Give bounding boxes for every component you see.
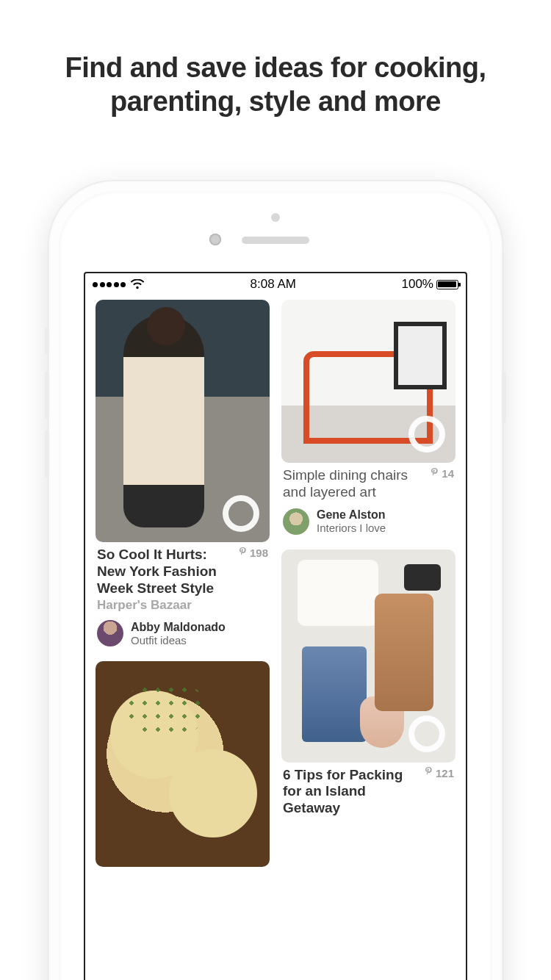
avatar xyxy=(283,508,309,535)
volume-down-button xyxy=(45,430,49,478)
pin-image[interactable] xyxy=(281,550,455,763)
earpiece-speaker xyxy=(242,237,309,244)
pin-image[interactable] xyxy=(96,300,270,542)
feed-column-left: So Cool It Hurts: New York Fashion Week … xyxy=(96,300,270,980)
phone-frame: 8:08 AM 100% So Cool xyxy=(48,180,503,980)
pin-card[interactable]: 6 Tips for Packing for an Island Getaway… xyxy=(281,550,455,817)
pin-repin-count: 14 xyxy=(431,467,454,480)
pin-card[interactable] xyxy=(96,661,270,867)
proximity-sensor xyxy=(271,213,280,222)
pin-icon xyxy=(239,547,247,559)
pin-title: 6 Tips for Packing for an Island Getaway xyxy=(283,767,417,817)
pin-card[interactable]: So Cool It Hurts: New York Fashion Week … xyxy=(96,300,270,646)
volume-up-button xyxy=(45,372,49,419)
pin-attribution[interactable]: Abby Maldonado Outfit ideas xyxy=(97,620,268,646)
front-camera xyxy=(209,234,221,245)
feed-column-right: Simple dining chairs and layered art 14 … xyxy=(281,300,455,980)
pin-image[interactable] xyxy=(96,661,270,867)
pin-source: Harper's Bazaar xyxy=(97,598,231,613)
pinner-board: Interiors I love xyxy=(317,522,386,534)
headline-line-1: Find and save ideas for cooking, xyxy=(29,51,522,85)
status-time: 8:08 AM xyxy=(251,277,296,292)
wifi-icon xyxy=(130,279,145,289)
pin-feed[interactable]: So Cool It Hurts: New York Fashion Week … xyxy=(85,295,466,980)
save-ring-icon[interactable] xyxy=(408,416,445,453)
avatar xyxy=(97,620,123,646)
pinner-name: Abby Maldonado xyxy=(131,621,226,634)
pin-card[interactable]: Simple dining chairs and layered art 14 … xyxy=(281,300,455,535)
pin-repin-count: 121 xyxy=(425,767,454,779)
save-ring-icon[interactable] xyxy=(408,716,445,752)
pin-attribution[interactable]: Gene Alston Interiors I love xyxy=(283,508,454,535)
battery-percent: 100% xyxy=(402,277,433,292)
pin-icon xyxy=(425,767,433,779)
pinner-name: Gene Alston xyxy=(317,508,386,522)
save-ring-icon[interactable] xyxy=(223,495,259,532)
pin-icon xyxy=(431,468,439,480)
mute-switch xyxy=(45,328,49,354)
signal-strength-icon xyxy=(93,282,126,287)
pin-title: Simple dining chairs and layered art xyxy=(283,467,423,501)
status-bar: 8:08 AM 100% xyxy=(85,273,466,295)
marketing-headline: Find and save ideas for cooking, parenti… xyxy=(0,0,551,118)
pin-repin-count: 198 xyxy=(239,547,268,559)
battery-icon xyxy=(436,280,458,289)
phone-screen: 8:08 AM 100% So Cool xyxy=(84,272,467,980)
headline-line-2: parenting, style and more xyxy=(29,85,522,119)
pinner-board: Outfit ideas xyxy=(131,634,226,646)
power-button xyxy=(502,372,506,423)
pin-title: So Cool It Hurts: New York Fashion Week … xyxy=(97,547,231,597)
pin-image[interactable] xyxy=(281,300,455,463)
